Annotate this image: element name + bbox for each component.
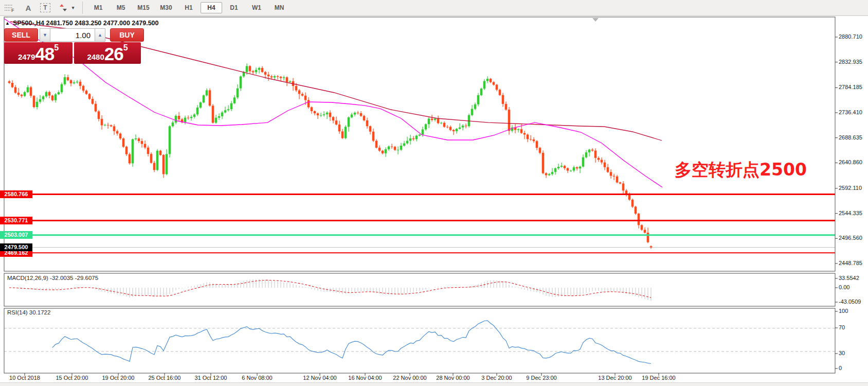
time-axis-label: 19 Dec 16:00 xyxy=(642,375,675,381)
price-axis-label: 2592.110 xyxy=(839,185,862,191)
time-axis-label: 12 Nov 04:00 xyxy=(303,375,336,381)
price-axis-label: 2688.635 xyxy=(839,134,862,141)
time-axis-label: 25 Oct 16:00 xyxy=(149,375,181,381)
time-axis-label: 16 Nov 04:00 xyxy=(348,375,382,381)
status-strip xyxy=(0,382,868,386)
sell-price-box[interactable]: 2479485 xyxy=(4,42,73,64)
sell-button[interactable]: SELL xyxy=(4,28,38,42)
symbol-title: ▲ SP500-,H4 2481.750 2483.250 2477.000 2… xyxy=(5,20,159,27)
volume-increase-button[interactable]: ▲ xyxy=(95,28,105,42)
one-click-trading-panel: SELL ▼ ▲ BUY 2479485 2480265 xyxy=(4,28,152,64)
price-axis-label: 2448.785 xyxy=(839,260,862,266)
time-axis-label: 3 Dec 20:00 xyxy=(481,375,512,381)
time-axis-label: 22 Nov 00:00 xyxy=(393,375,426,381)
rsi-axis-label: 30 xyxy=(839,350,845,356)
macd-axis-label: 0.00 xyxy=(839,284,849,290)
symbol-ohlc-text: SP500-,H4 2481.750 2483.250 2477.000 247… xyxy=(13,20,159,27)
time-axis-label: 6 Nov 08:00 xyxy=(242,375,272,381)
macd-axis-label: 33.5542 xyxy=(839,275,859,281)
price-level-badge: 2503.007 xyxy=(0,231,32,239)
price-axis-label: 2784.185 xyxy=(839,84,862,90)
sell-price-big: 48 xyxy=(35,45,54,62)
mt4-chart-window: F A T ▾ M1M5M15M30H1H4D1W1MN ▲ xyxy=(0,0,868,386)
time-axis-label: 19 Oct 20:00 xyxy=(102,375,135,381)
time-axis-label: 15 Oct 20:00 xyxy=(56,375,88,381)
time-axis-label: 10 Oct 2018 xyxy=(9,375,40,381)
price-axis-label: 2496.560 xyxy=(839,235,862,241)
macd-axis-label: -43.0509 xyxy=(839,299,861,305)
volume-input[interactable] xyxy=(50,28,95,42)
rsi-axis-label: 70 xyxy=(839,324,845,330)
price-axis-label: 2832.935 xyxy=(839,59,862,65)
rsi-axis-label: 0 xyxy=(839,365,842,371)
price-level-badge: 2580.766 xyxy=(0,190,32,198)
price-axis-label: 2544.335 xyxy=(839,210,862,216)
chart-text-annotation: 多空转折点2500 xyxy=(675,159,807,182)
time-axis-label: 9 Dec 23:00 xyxy=(526,375,556,381)
buy-price-prefix: 2480 xyxy=(87,52,104,62)
sell-price-sup: 5 xyxy=(54,44,59,51)
price-axis-label: 2736.410 xyxy=(839,109,862,115)
buy-price-box[interactable]: 2480265 xyxy=(74,42,141,64)
rsi-indicator-label: RSI(14) 30.1722 xyxy=(7,309,50,315)
rsi-axis-label: 100 xyxy=(839,308,848,314)
buy-price-big: 26 xyxy=(104,45,123,62)
volume-decrease-button[interactable]: ▼ xyxy=(40,28,50,42)
price-level-badge: 2530.771 xyxy=(0,217,32,224)
time-axis-label: 31 Oct 12:00 xyxy=(195,375,227,381)
current-price-badge: 2479.500 xyxy=(0,243,32,251)
time-axis-label: 13 Dec 20:00 xyxy=(598,375,631,381)
price-axis-label: 2880.710 xyxy=(839,33,862,40)
time-axis-label: 28 Nov 00:00 xyxy=(436,375,469,381)
macd-indicator-label: MACD(12,26,9) -32.0035 -29.6075 xyxy=(7,275,98,281)
price-axis-label: 2640.860 xyxy=(839,159,862,165)
symbol-triangle-icon: ▲ xyxy=(5,21,10,26)
sell-price-prefix: 2479 xyxy=(18,52,35,62)
buy-price-sup: 5 xyxy=(123,44,128,51)
buy-button[interactable]: BUY xyxy=(110,28,144,42)
